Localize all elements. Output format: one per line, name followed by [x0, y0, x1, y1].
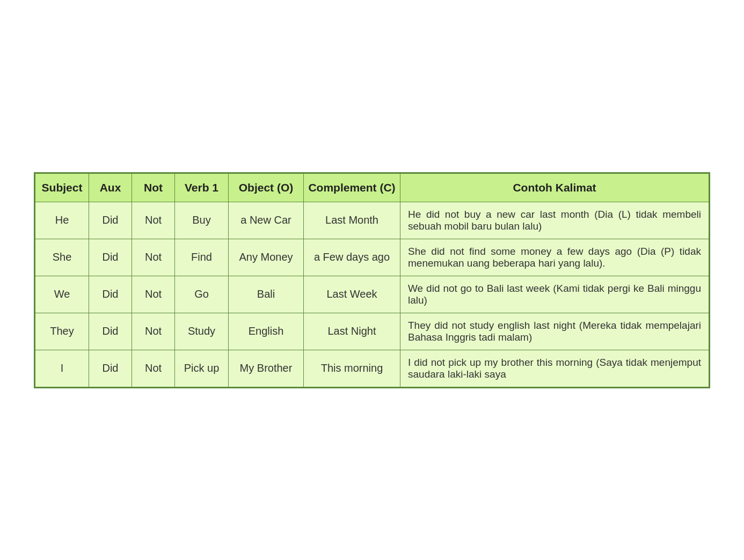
grammar-table: Subject Aux Not Verb 1 Object (O) Comple…: [35, 173, 709, 387]
cell-object: Bali: [229, 276, 304, 313]
cell-not: Not: [132, 239, 175, 276]
cell-example: They did not study english last night (M…: [400, 313, 709, 350]
cell-object: a New Car: [229, 202, 304, 239]
cell-aux: Did: [89, 276, 132, 313]
table-row: SheDidNotFindAny Moneya Few days agoShe …: [35, 239, 709, 276]
cell-object: My Brother: [229, 350, 304, 387]
header-aux: Aux: [89, 173, 132, 202]
cell-subject: I: [35, 350, 89, 387]
cell-not: Not: [132, 350, 175, 387]
header-example: Contoh Kalimat: [400, 173, 709, 202]
cell-complement: Last Night: [304, 313, 400, 350]
cell-complement: a Few days ago: [304, 239, 400, 276]
header-not: Not: [132, 173, 175, 202]
main-table-wrapper: Subject Aux Not Verb 1 Object (O) Comple…: [34, 172, 710, 388]
cell-example: I did not pick up my brother this mornin…: [400, 350, 709, 387]
cell-not: Not: [132, 202, 175, 239]
cell-example: We did not go to Bali last week (Kami ti…: [400, 276, 709, 313]
cell-aux: Did: [89, 313, 132, 350]
table-row: WeDidNotGoBaliLast WeekWe did not go to …: [35, 276, 709, 313]
header-object: Object (O): [229, 173, 304, 202]
cell-aux: Did: [89, 239, 132, 276]
cell-complement: Last Week: [304, 276, 400, 313]
cell-object: Any Money: [229, 239, 304, 276]
cell-subject: She: [35, 239, 89, 276]
cell-verb1: Study: [175, 313, 229, 350]
table-row: IDidNotPick upMy BrotherThis morningI di…: [35, 350, 709, 387]
cell-verb1: Buy: [175, 202, 229, 239]
cell-object: English: [229, 313, 304, 350]
cell-aux: Did: [89, 350, 132, 387]
cell-example: He did not buy a new car last month (Dia…: [400, 202, 709, 239]
header-row: Subject Aux Not Verb 1 Object (O) Comple…: [35, 173, 709, 202]
table-row: HeDidNotBuya New CarLast MonthHe did not…: [35, 202, 709, 239]
cell-complement: Last Month: [304, 202, 400, 239]
cell-not: Not: [132, 313, 175, 350]
header-verb1: Verb 1: [175, 173, 229, 202]
cell-verb1: Find: [175, 239, 229, 276]
cell-not: Not: [132, 276, 175, 313]
table-row: TheyDidNotStudyEnglishLast NightThey did…: [35, 313, 709, 350]
cell-complement: This morning: [304, 350, 400, 387]
header-complement: Complement (C): [304, 173, 400, 202]
cell-subject: He: [35, 202, 89, 239]
cell-example: She did not find some money a few days a…: [400, 239, 709, 276]
cell-aux: Did: [89, 202, 132, 239]
cell-verb1: Go: [175, 276, 229, 313]
cell-subject: We: [35, 276, 89, 313]
cell-subject: They: [35, 313, 89, 350]
cell-verb1: Pick up: [175, 350, 229, 387]
header-subject: Subject: [35, 173, 89, 202]
